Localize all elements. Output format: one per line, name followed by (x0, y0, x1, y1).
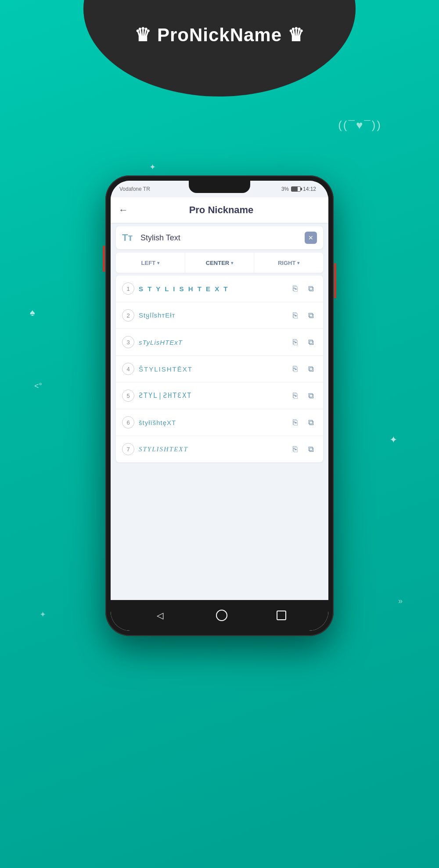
align-tab-center[interactable]: CENTER ▾ (185, 253, 255, 273)
result-item-4: 4 ŜTYLISHТĒXT ⎘ ⧉ (116, 356, 323, 382)
align-right-arrow: ▾ (297, 261, 299, 265)
bottom-navigation: ◁ (111, 600, 328, 631)
share-button-6[interactable]: ⎘ (289, 416, 301, 429)
result-actions-5: ⎘ ⧉ (289, 389, 317, 402)
result-item-7: 7 STYLISHTEXT ⎘ ⧉ (116, 436, 323, 462)
copy-button-4[interactable]: ⧉ (305, 363, 317, 375)
time-label: 14:12 (303, 186, 316, 192)
status-right: 3% 14:12 (281, 186, 316, 192)
result-text-2: Stყlı̈shтЕłт (139, 311, 284, 319)
result-item-3: 3 sTyLisHTExT ⎘ ⧉ (116, 329, 323, 356)
battery-fill (291, 187, 298, 191)
screen-title: Pro Nickname (135, 204, 307, 216)
result-item-2: 2 Stყlı̈shтЕłт ⎘ ⧉ (116, 302, 323, 329)
result-num-7: 7 (122, 443, 134, 455)
result-text-6: štyłïšhtęXT (139, 419, 284, 426)
align-right-label: RIGHT (278, 260, 295, 266)
app-title: ♛ ProNickName ♛ (134, 24, 304, 46)
app-title-text: ProNickName (157, 25, 282, 45)
share-button-3[interactable]: ⎘ (289, 336, 301, 348)
align-center-label: CENTER (206, 260, 229, 266)
result-num-2: 2 (122, 309, 134, 321)
align-tab-right[interactable]: RIGHT ▾ (254, 253, 323, 273)
result-actions-2: ⎘ ⧉ (289, 309, 317, 321)
app-header: ← Pro Nickname (111, 197, 328, 223)
star1-deco: ✦ (149, 162, 156, 172)
result-num-3: 3 (122, 336, 134, 348)
crown-left-icon: ♛ (134, 25, 151, 45)
results-list: 1 S T Y L I S H T E X T ⎘ ⧉ 2 Stყlı̈shтЕ… (116, 275, 323, 462)
copy-button-7[interactable]: ⧉ (305, 443, 317, 455)
result-actions-1: ⎘ ⧉ (289, 282, 317, 295)
signal-label: 3% (281, 186, 289, 192)
nav-recents-button[interactable] (277, 611, 286, 620)
result-actions-6: ⎘ ⧉ (289, 416, 317, 429)
result-actions-4: ⎘ ⧉ (289, 363, 317, 375)
phone-screen: Vodafone TR 3% 14:12 ← Pro Nickname Tт (111, 181, 328, 631)
copy-button-1[interactable]: ⧉ (305, 282, 317, 295)
copy-button-3[interactable]: ⧉ (305, 336, 317, 348)
clear-button[interactable]: ✕ (305, 232, 317, 244)
nav-back-button[interactable]: ◁ (153, 608, 167, 622)
result-actions-3: ⎘ ⧉ (289, 336, 317, 348)
result-actions-7: ⎘ ⧉ (289, 443, 317, 455)
emoticon-deco: ((¯♥¯)) (338, 118, 382, 132)
result-text-3: sTyLisHTExT (139, 339, 284, 346)
align-tab-left[interactable]: LEFT ▾ (116, 253, 185, 273)
result-item-6: 6 štyłïšhtęXT ⎘ ⧉ (116, 409, 323, 436)
phone-outer: Vodafone TR 3% 14:12 ← Pro Nickname Tт (105, 175, 334, 636)
phone-mockup: Vodafone TR 3% 14:12 ← Pro Nickname Tт (105, 175, 334, 636)
result-text-7: STYLISHTEXT (139, 446, 284, 453)
tt-icon: Tт (122, 232, 136, 243)
align-left-arrow: ▾ (157, 261, 159, 265)
battery-icon (291, 186, 301, 192)
spade-deco: ♠ (30, 307, 35, 318)
result-item-5: 5 ƧTYL|ƧHTƐXT ⎘ ⧉ (116, 382, 323, 409)
bg-circle (83, 0, 356, 96)
angle-deco: <° (34, 382, 42, 391)
share-button-4[interactable]: ⎘ (289, 363, 301, 375)
alignment-tabs: LEFT ▾ CENTER ▾ RIGHT ▾ (116, 253, 323, 273)
crown-right-icon: ♛ (288, 25, 305, 45)
result-item-1: 1 S T Y L I S H T E X T ⎘ ⧉ (116, 275, 323, 302)
share-button-5[interactable]: ⎘ (289, 389, 301, 402)
result-num-6: 6 (122, 416, 134, 429)
result-num-4: 4 (122, 363, 134, 375)
phone-notch (189, 181, 250, 193)
result-num-1: 1 (122, 282, 134, 295)
nav-home-button[interactable] (216, 610, 227, 621)
chevron-deco: » (398, 597, 403, 606)
result-num-5: 5 (122, 389, 134, 402)
share-button-1[interactable]: ⎘ (289, 282, 301, 295)
text-input-area: Tт ✕ (116, 226, 323, 249)
result-text-5: ƧTYL|ƧHTƐXT (139, 392, 284, 400)
copy-button-5[interactable]: ⧉ (305, 389, 317, 402)
copy-button-6[interactable]: ⧉ (305, 416, 317, 429)
share-button-2[interactable]: ⎘ (289, 309, 301, 321)
copy-button-2[interactable]: ⧉ (305, 309, 317, 321)
star2-deco: ✦ (389, 434, 397, 446)
carrier-label: Vodafone TR (119, 186, 150, 192)
result-text-4: ŜTYLISHТĒXT (139, 365, 284, 373)
align-center-arrow: ▾ (231, 261, 233, 265)
result-text-1: S T Y L I S H T E X T (139, 285, 284, 293)
align-left-label: LEFT (141, 260, 156, 266)
diamond-deco: ✦ (40, 610, 46, 619)
back-button[interactable]: ← (119, 204, 128, 216)
stylish-text-input[interactable] (140, 233, 300, 243)
share-button-7[interactable]: ⎘ (289, 443, 301, 455)
